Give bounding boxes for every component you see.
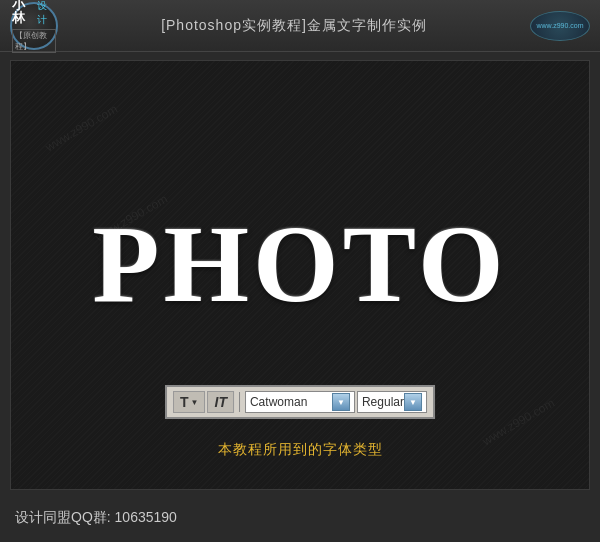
text-tool-arrow: ▼ [191, 398, 199, 407]
logo-subtitle: 【原创教程】 [12, 29, 56, 53]
website-badge: www.z990.com [530, 11, 590, 41]
text-tool-label: T [180, 394, 189, 410]
font-style-dropdown[interactable]: Regular ▼ [357, 391, 427, 413]
text-tool-button[interactable]: T ▼ [173, 391, 205, 413]
toolbar-separator [239, 392, 240, 412]
font-name-value: Catwoman [250, 395, 332, 409]
main-canvas: www.z990.com www.z990.com www.z990.com P… [10, 60, 590, 490]
font-type-label: 本教程所用到的字体类型 [218, 441, 383, 459]
watermark-1: www.z990.com [43, 102, 120, 154]
chevron-down-icon-2: ▼ [409, 398, 417, 407]
watermark-3: www.z990.com [480, 396, 557, 448]
bottom-bar: 设计同盟QQ群: 10635190 [0, 498, 600, 538]
font-name-dropdown-arrow[interactable]: ▼ [332, 393, 350, 411]
logo-design: 设计 [37, 0, 56, 27]
title-area: [Photoshop实例教程]金属文字制作实例 [58, 16, 530, 35]
qq-group-text: 设计同盟QQ群: 10635190 [15, 509, 177, 527]
font-name-dropdown[interactable]: Catwoman ▼ [245, 391, 355, 413]
photo-display-text: PHOTO [92, 201, 507, 328]
font-style-dropdown-arrow[interactable]: ▼ [404, 393, 422, 411]
logo-area: 小林 设计 【原创教程】 [10, 2, 58, 50]
chevron-down-icon: ▼ [337, 398, 345, 407]
logo-main: 小林 [12, 0, 36, 24]
page-title: [Photoshop实例教程]金属文字制作实例 [161, 17, 427, 33]
top-bar: 小林 设计 【原创教程】 [Photoshop实例教程]金属文字制作实例 www… [0, 0, 600, 52]
font-style-value: Regular [362, 395, 404, 409]
italic-text-tool[interactable]: IT [208, 391, 234, 413]
font-selector-toolbar: T ▼ IT Catwoman ▼ Regular ▼ [165, 385, 435, 419]
website-text: www.z990.com [536, 22, 583, 29]
logo-circle: 小林 设计 【原创教程】 [10, 2, 58, 50]
